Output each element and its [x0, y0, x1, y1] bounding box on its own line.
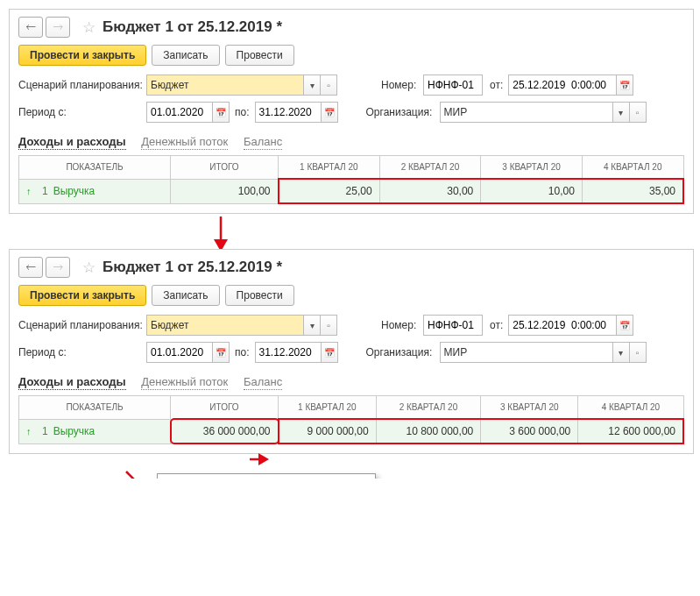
scenario-value: Бюджет	[147, 316, 303, 335]
row-label: Выручка	[53, 185, 95, 197]
scenario-label: Сценарий планирования:	[18, 319, 146, 331]
open-icon[interactable]: ▫	[320, 316, 336, 335]
calendar-icon[interactable]: 📅	[321, 343, 337, 362]
post-button[interactable]: Провести	[225, 45, 294, 66]
tab-income-expense[interactable]: Доходы и расходы	[18, 135, 126, 150]
period-to-value[interactable]	[256, 103, 321, 122]
number-value[interactable]	[424, 316, 482, 335]
data-table: Показатель Итого 1 квартал 20 2 квартал …	[18, 155, 684, 204]
number-field[interactable]	[423, 315, 483, 336]
period-to-value[interactable]	[256, 343, 321, 362]
date-value[interactable]	[509, 316, 616, 335]
dropdown-icon[interactable]: ▾	[612, 103, 629, 122]
from-label: от:	[490, 79, 503, 91]
section-tabs: Доходы и расходы Денежный поток Баланс	[18, 375, 684, 388]
tab-cashflow[interactable]: Денежный поток	[141, 375, 228, 390]
cell-q4[interactable]: 12 600 000,00	[578, 419, 683, 443]
tab-income-expense[interactable]: Доходы и расходы	[18, 375, 126, 390]
period-label: Период с:	[18, 346, 146, 358]
org-combo[interactable]: МИР ▾ ▫	[440, 102, 647, 123]
tab-cashflow[interactable]: Денежный поток	[141, 135, 228, 150]
date-field[interactable]: 📅	[508, 74, 633, 96]
arrow-up-icon: ↑	[26, 426, 37, 436]
window-title: Бюджет 1 от 25.12.2019 *	[103, 18, 282, 36]
section-tabs: Доходы и расходы Денежный поток Баланс	[18, 135, 684, 148]
calendar-icon[interactable]: 📅	[212, 103, 229, 122]
period-from-field[interactable]: 📅	[146, 342, 230, 363]
col-q2: 2 квартал 20	[376, 396, 481, 420]
post-and-close-button[interactable]: Провести и закрыть	[18, 285, 146, 306]
row-label: Выручка	[53, 425, 95, 437]
dropdown-icon[interactable]: ▾	[303, 316, 320, 335]
cell-q1[interactable]: 25,00	[279, 179, 380, 203]
period-from-value[interactable]	[147, 343, 212, 362]
scenario-combo[interactable]: Бюджет ▾ ▫	[146, 315, 337, 336]
titlebar: 🡐 🡒 ☆ Бюджет 1 от 25.12.2019 *	[18, 17, 684, 38]
cell-q2[interactable]: 10 800 000,00	[376, 419, 481, 443]
number-field[interactable]	[423, 74, 483, 96]
table-row[interactable]: ↑ 1 Выручка 100,00 25,00 30,00 10,00 35,…	[19, 179, 684, 203]
open-icon[interactable]: ▫	[629, 343, 646, 362]
tab-balance[interactable]: Баланс	[244, 375, 282, 390]
period-to-label: по:	[235, 346, 250, 358]
calendar-icon[interactable]: 📅	[212, 343, 229, 362]
post-button[interactable]: Провести	[225, 285, 294, 306]
dropdown-icon[interactable]: ▾	[612, 343, 629, 362]
period-label: Период с:	[18, 106, 146, 118]
calendar-icon[interactable]: 📅	[616, 316, 633, 335]
budget-panel-1: 🡐 🡒 ☆ Бюджет 1 от 25.12.2019 * Провести …	[9, 9, 694, 214]
menu-item-distribute-evenly[interactable]: ❯ Равномерно по периодам	[158, 476, 375, 479]
annotation-arrow-right-icon	[250, 453, 269, 465]
favorite-star-icon[interactable]: ☆	[80, 18, 97, 36]
post-and-close-button[interactable]: Провести и закрыть	[18, 45, 146, 66]
cell-q2[interactable]: 30,00	[379, 179, 481, 203]
col-total: Итого	[171, 396, 279, 420]
col-q1: 1 квартал 20	[279, 396, 377, 420]
titlebar: 🡐 🡒 ☆ Бюджет 1 от 25.12.2019 *	[18, 257, 684, 278]
save-button[interactable]: Записать	[152, 285, 219, 306]
toolbar: Провести и закрыть Записать Провести	[18, 45, 684, 66]
nav-forward-button: 🡒	[46, 17, 70, 38]
col-q4: 4 квартал 20	[578, 396, 683, 420]
org-label: Организация:	[366, 346, 440, 358]
calendar-icon[interactable]: 📅	[321, 103, 337, 122]
col-q2: 2 квартал 20	[379, 156, 481, 180]
number-value[interactable]	[424, 75, 482, 95]
nav-forward-button: 🡒	[46, 257, 70, 278]
cell-q1[interactable]: 9 000 000,00	[279, 419, 377, 443]
favorite-star-icon[interactable]: ☆	[80, 259, 97, 276]
open-icon[interactable]: ▫	[320, 75, 336, 95]
row-indicator-cell: ↑ 1 Выручка	[19, 179, 171, 203]
period-to-field[interactable]: 📅	[255, 342, 338, 363]
scenario-label: Сценарий планирования:	[18, 79, 146, 91]
tab-balance[interactable]: Баланс	[244, 135, 282, 150]
window-title: Бюджет 1 от 25.12.2019 *	[103, 259, 282, 276]
scenario-combo[interactable]: Бюджет ▾ ▫	[146, 74, 337, 96]
toolbar: Провести и закрыть Записать Провести	[18, 285, 684, 306]
period-from-field[interactable]: 📅	[146, 102, 230, 123]
cell-q4[interactable]: 35,00	[582, 179, 683, 203]
calendar-icon[interactable]: 📅	[616, 75, 633, 95]
period-from-value[interactable]	[147, 103, 212, 122]
cell-total[interactable]: 100,00	[171, 179, 279, 203]
date-field[interactable]: 📅	[508, 315, 633, 336]
cell-q3[interactable]: 3 600 000,00	[481, 419, 578, 443]
cell-q3[interactable]: 10,00	[481, 179, 583, 203]
row-number: 1	[39, 425, 50, 437]
cell-total[interactable]: 36 000 000,00	[171, 419, 279, 443]
budget-panel-2: 🡐 🡒 ☆ Бюджет 1 от 25.12.2019 * Провести …	[9, 249, 694, 454]
col-q3: 3 квартал 20	[481, 396, 578, 420]
nav-back-button[interactable]: 🡐	[18, 257, 43, 278]
col-q1: 1 квартал 20	[279, 156, 380, 180]
org-combo[interactable]: МИР ▾ ▫	[440, 342, 647, 363]
nav-back-button[interactable]: 🡐	[18, 17, 43, 38]
col-indicator: Показатель	[19, 396, 171, 420]
table-row[interactable]: ↑ 1 Выручка 36 000 000,00 9 000 000,00 1…	[19, 419, 684, 443]
from-label: от:	[490, 319, 503, 331]
date-value[interactable]	[509, 75, 616, 95]
distribution-context-menu: ❯ Равномерно по периодам ❯ Пропорциональ…	[157, 473, 376, 479]
open-icon[interactable]: ▫	[629, 103, 646, 122]
save-button[interactable]: Записать	[152, 45, 219, 66]
dropdown-icon[interactable]: ▾	[303, 75, 320, 95]
period-to-field[interactable]: 📅	[255, 102, 338, 123]
